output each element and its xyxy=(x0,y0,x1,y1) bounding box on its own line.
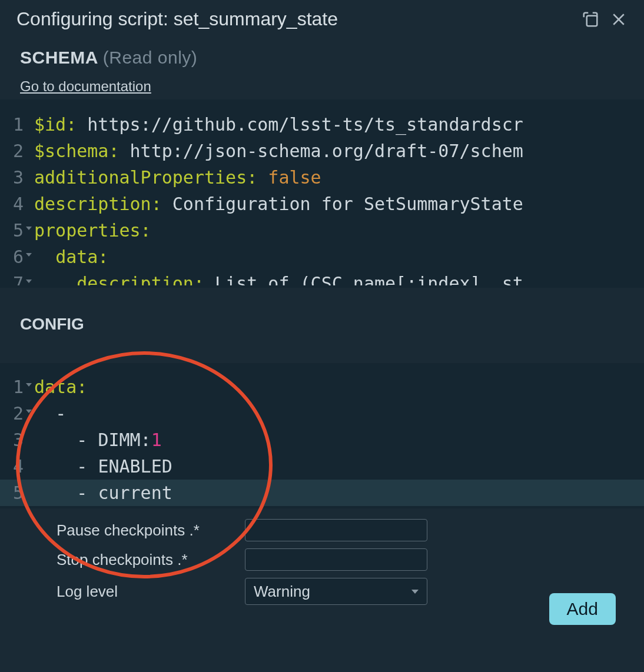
loglevel-select[interactable]: Warning xyxy=(245,578,427,605)
schema-heading: SCHEMA (Read only) xyxy=(20,48,624,68)
code-line[interactable]: 4description: Configuration for SetSumma… xyxy=(0,191,644,217)
config-form: Pause checkpoints .* Stop checkpoints .*… xyxy=(0,508,644,605)
config-code[interactable]: 1data:2 -3 - DIMM:14 - ENABLED5 - curren… xyxy=(0,374,644,506)
stop-checkpoints-input[interactable] xyxy=(245,548,427,571)
config-heading: CONFIG xyxy=(0,288,644,338)
code-line[interactable]: 5 - current xyxy=(0,480,644,506)
line-number: 2 xyxy=(0,400,34,427)
line-number: 5 xyxy=(0,217,34,244)
code-line[interactable]: 1data: xyxy=(0,374,644,400)
line-number: 4 xyxy=(0,453,34,480)
code-line[interactable]: 7 description: List of (CSC name[:index]… xyxy=(0,270,644,285)
line-content: - DIMM:1 xyxy=(34,427,162,453)
close-icon[interactable] xyxy=(610,11,628,28)
line-content: data: xyxy=(34,374,87,400)
documentation-link[interactable]: Go to documentation xyxy=(20,78,151,95)
code-line[interactable]: 5properties: xyxy=(0,217,644,244)
code-line[interactable]: 3additionalProperties: false xyxy=(0,164,644,191)
loglevel-row: Log level Warning xyxy=(57,578,624,605)
line-content: - current xyxy=(34,480,172,506)
pause-checkpoints-label: Pause checkpoints .* xyxy=(57,521,245,540)
loglevel-value: Warning xyxy=(254,583,310,601)
line-number: 4 xyxy=(0,191,34,217)
code-line[interactable]: 2$schema: http://json-schema.org/draft-0… xyxy=(0,138,644,164)
stop-checkpoints-label: Stop checkpoints .* xyxy=(57,551,245,569)
line-content: - xyxy=(34,400,66,427)
code-line[interactable]: 4 - ENABLED xyxy=(0,453,644,480)
line-content: - ENABLED xyxy=(34,453,172,480)
line-content: description: List of (CSC name[:index], … xyxy=(34,270,523,285)
code-line[interactable]: 2 - xyxy=(0,400,644,427)
line-number: 3 xyxy=(0,164,34,191)
schema-code[interactable]: 1$id: https://github.com/lsst-ts/ts_stan… xyxy=(0,111,644,285)
line-content: properties: xyxy=(34,217,151,244)
schema-section-header: SCHEMA (Read only) Go to documentation xyxy=(0,36,644,99)
line-number: 5 xyxy=(0,480,34,506)
add-button[interactable]: Add xyxy=(549,593,616,625)
schema-readonly-label: (Read only) xyxy=(103,48,198,67)
line-content: additionalProperties: false xyxy=(34,164,321,191)
line-number: 1 xyxy=(0,111,34,138)
dialog-header: Configuring script: set_summary_state xyxy=(0,0,644,36)
line-number: 3 xyxy=(0,427,34,453)
line-number: 2 xyxy=(0,138,34,164)
schema-heading-text: SCHEMA xyxy=(20,48,98,67)
svg-rect-0 xyxy=(587,15,597,26)
line-number: 1 xyxy=(0,374,34,400)
code-line[interactable]: 3 - DIMM:1 xyxy=(0,427,644,453)
chevron-down-icon xyxy=(411,590,419,594)
code-line[interactable]: 1$id: https://github.com/lsst-ts/ts_stan… xyxy=(0,111,644,138)
line-number: 7 xyxy=(0,270,34,285)
line-number: 6 xyxy=(0,244,34,270)
line-content: description: Configuration for SetSummar… xyxy=(34,191,523,217)
loglevel-label: Log level xyxy=(57,583,245,601)
header-actions xyxy=(582,11,628,28)
line-content: $id: https://github.com/lsst-ts/ts_stand… xyxy=(34,111,523,138)
line-content: $schema: http://json-schema.org/draft-07… xyxy=(34,138,523,164)
config-editor: 1data:2 -3 - DIMM:14 - ENABLED5 - curren… xyxy=(0,363,644,508)
code-line[interactable]: 6 data: xyxy=(0,244,644,270)
pause-checkpoints-input[interactable] xyxy=(245,519,427,541)
stop-checkpoints-row: Stop checkpoints .* xyxy=(57,548,624,571)
dialog-title: Configuring script: set_summary_state xyxy=(16,8,338,30)
line-content: data: xyxy=(34,244,108,270)
schema-editor: 1$id: https://github.com/lsst-ts/ts_stan… xyxy=(0,99,644,288)
external-window-icon[interactable] xyxy=(582,11,599,28)
pause-checkpoints-row: Pause checkpoints .* xyxy=(57,519,624,541)
